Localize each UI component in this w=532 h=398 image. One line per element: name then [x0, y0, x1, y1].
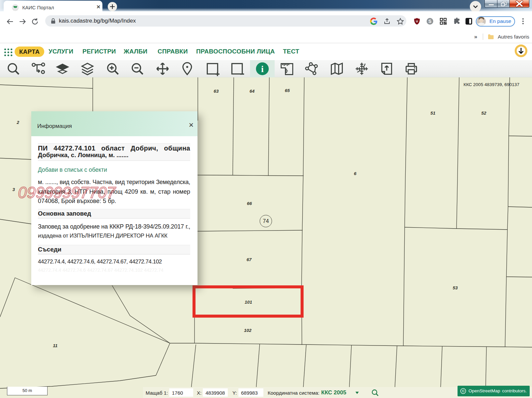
svg-text:U: U [416, 20, 418, 23]
svg-text:S: S [428, 19, 431, 24]
svg-text:©: © [462, 389, 465, 393]
svg-text:i: i [261, 64, 264, 74]
